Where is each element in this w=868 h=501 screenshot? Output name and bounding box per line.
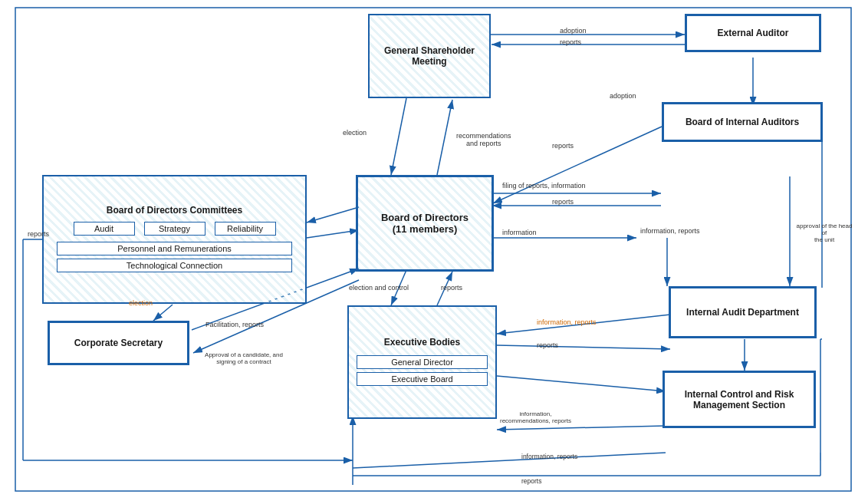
general-director: General Director xyxy=(357,355,488,369)
label-adoption-mid: adoption xyxy=(610,92,636,100)
diagram-container: General Shareholder Meeting External Aud… xyxy=(0,0,868,501)
label-reports-eb: reports xyxy=(441,284,462,292)
general-shareholder-meeting-box: General Shareholder Meeting xyxy=(368,14,491,98)
label-election-control: election and control xyxy=(349,284,409,292)
svg-line-34 xyxy=(353,453,666,468)
general-shareholder-label: General Shareholder Meeting xyxy=(370,45,489,67)
committees-title: Board of Directors Committees xyxy=(107,205,242,216)
label-information: information xyxy=(502,229,537,236)
label-filing-reports: filing of reports, information xyxy=(502,182,586,190)
label-approval-head: approval of the head ofthe unit xyxy=(794,222,855,243)
board-directors-committees-box: Board of Directors Committees Audit Stra… xyxy=(42,175,307,304)
board-internal-auditors-label: Board of Internal Auditors xyxy=(686,117,799,127)
internal-control-box: Internal Control and RiskManagement Sect… xyxy=(663,371,816,428)
svg-line-22 xyxy=(497,376,666,391)
external-auditor-label: External Auditor xyxy=(718,28,789,38)
label-info-reports-right: information, reports xyxy=(640,227,700,235)
svg-line-11 xyxy=(307,230,359,238)
label-election-gsm: election xyxy=(343,129,367,137)
label-info-reports-bottom: information, reports xyxy=(521,453,577,460)
internal-control-label: Internal Control and RiskManagement Sect… xyxy=(685,389,794,410)
label-reports-bottom: reports xyxy=(521,477,541,485)
svg-line-20 xyxy=(497,345,670,349)
internal-audit-dept-box: Internal Audit Department xyxy=(669,286,817,338)
svg-line-25 xyxy=(153,305,173,321)
label-info-recommendations: information,recommendations, reports xyxy=(500,410,571,424)
label-reports-bia: reports xyxy=(552,142,574,150)
executive-bodies-box: Executive Bodies General Director Execut… xyxy=(347,305,497,419)
external-auditor-box: External Auditor xyxy=(685,14,821,52)
svg-line-29 xyxy=(497,426,666,430)
personnel-remunerations: Personnel and Remunerations xyxy=(57,242,292,255)
label-reports-top: reports xyxy=(560,38,581,46)
audit-committee: Audit xyxy=(74,222,135,236)
executive-board: Executive Board xyxy=(357,372,488,386)
label-approval-candidate: Approval of a candidate, andsigning of a… xyxy=(190,351,298,365)
executive-bodies-title: Executive Bodies xyxy=(384,337,460,348)
label-adoption-top: adoption xyxy=(560,27,587,35)
board-internal-auditors-box: Board of Internal Auditors xyxy=(662,102,823,142)
svg-line-9 xyxy=(437,100,452,175)
corporate-secretary-label: Corporate Secretary xyxy=(74,338,163,348)
label-reports-eb-ia: reports xyxy=(537,341,558,349)
internal-audit-dept-label: Internal Audit Department xyxy=(686,307,799,318)
label-reports-left: reports xyxy=(28,230,49,238)
strategy-committee: Strategy xyxy=(144,222,205,236)
label-recommendations-reports: recommendationsand reports xyxy=(456,132,511,147)
svg-line-10 xyxy=(307,207,359,222)
label-facilitation: Facilitation, reports xyxy=(205,321,264,328)
reliability-committee: Reliability xyxy=(215,222,276,236)
board-directors-label: Board of Directors(11 members) xyxy=(381,212,469,235)
svg-line-8 xyxy=(391,98,406,175)
svg-line-7 xyxy=(493,127,662,203)
label-election-cs: election xyxy=(129,299,153,307)
label-ia-info-reports: information, reports xyxy=(537,318,597,326)
board-directors-box: Board of Directors(11 members) xyxy=(356,175,494,272)
label-reports-bod: reports xyxy=(552,198,574,206)
corporate-secretary-box: Corporate Secretary xyxy=(48,321,189,365)
technological-connection: Technological Connection xyxy=(57,259,292,272)
